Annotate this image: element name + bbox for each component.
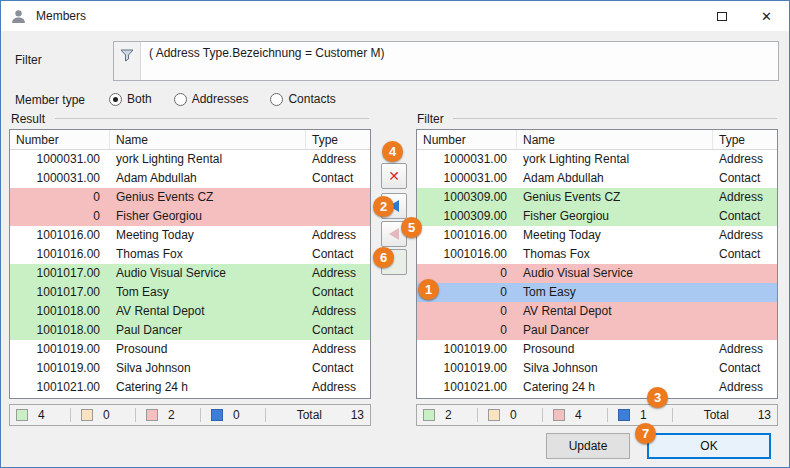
table-row[interactable]: 0Audio Visual Service	[417, 264, 777, 283]
cell-name: Prosound	[110, 340, 306, 359]
result-summary-bar: 4020Total13	[9, 404, 371, 426]
cell-name: Meeting Today	[110, 226, 306, 245]
annotation-circle-6: 6	[373, 247, 394, 268]
cell-name: Genius Events CZ	[517, 188, 713, 207]
cell-type: Contact	[306, 283, 368, 302]
filter-icon-button[interactable]	[114, 42, 141, 80]
cell-type: Address	[306, 302, 368, 321]
update-button[interactable]: Update	[546, 433, 630, 459]
result-group-label: Result	[11, 112, 45, 126]
radio-contacts-label: Contacts	[288, 92, 335, 106]
window-controls: ✕	[699, 1, 789, 31]
ok-button[interactable]: OK	[647, 433, 771, 459]
table-row[interactable]: 0Fisher Georgiou	[10, 207, 370, 226]
annotation-circle-2: 2	[373, 196, 394, 217]
filter-expression-text: ( Address Type.Bezeichnung = Customer M)	[141, 42, 393, 80]
table-row[interactable]: 1000031.00Adam AbdullahContact	[10, 169, 370, 188]
table-row[interactable]: 1001021.00Catering 24 hAddress	[417, 378, 777, 397]
cell-type: Address	[306, 150, 368, 169]
column-header-name[interactable]: Name	[110, 130, 306, 149]
table-row[interactable]: 1000031.00york Lighting RentalAddress	[417, 150, 777, 169]
column-header-type[interactable]: Type	[306, 130, 368, 149]
remove-button[interactable]: ✕	[381, 163, 407, 189]
cell-type	[713, 283, 775, 302]
cell-name: Paul Dancer	[110, 321, 306, 340]
close-icon: ✕	[761, 9, 772, 24]
table-row[interactable]: 1001019.00Silva JohnsonContact	[10, 359, 370, 378]
cell-type: Address	[306, 264, 368, 283]
table-row[interactable]: 0AV Rental Depot	[417, 302, 777, 321]
cell-name: AV Rental Depot	[110, 302, 306, 321]
cell-number: 1001017.00	[10, 264, 110, 283]
cell-type	[306, 188, 368, 207]
titlebar: Members ✕	[1, 1, 789, 31]
table-row[interactable]: 1001017.00Audio Visual ServiceAddress	[10, 264, 370, 283]
table-row[interactable]: 1000031.00york Lighting RentalAddress	[10, 150, 370, 169]
table-row[interactable]: 1001016.00Meeting TodayAddress	[417, 226, 777, 245]
table-row[interactable]: 1000309.00Genius Events CZAddress	[417, 188, 777, 207]
table-row[interactable]: 1001018.00Paul DancerContact	[10, 321, 370, 340]
radio-both[interactable]: Both	[109, 92, 152, 106]
close-button[interactable]: ✕	[744, 1, 789, 31]
red-x-icon: ✕	[388, 169, 400, 183]
cell-name: york Lighting Rental	[517, 150, 713, 169]
funnel-icon	[119, 47, 135, 63]
column-header-number[interactable]: Number	[417, 130, 517, 149]
table-row[interactable]: 1001018.00AV Rental DepotAddress	[10, 302, 370, 321]
blue-count-square	[618, 409, 630, 421]
filter-list[interactable]: NumberNameType 1000031.00york Lighting R…	[416, 129, 778, 399]
cell-type: Contact	[306, 359, 368, 378]
member-type-radio-group: Both Addresses Contacts	[109, 91, 336, 107]
cell-type: Address	[713, 150, 775, 169]
cell-number: 1001016.00	[417, 245, 517, 264]
cell-type: Address	[713, 340, 775, 359]
maximize-icon	[717, 12, 727, 21]
column-header-name[interactable]: Name	[517, 130, 713, 149]
cell-type: Contact	[306, 169, 368, 188]
maximize-button[interactable]	[699, 1, 744, 31]
radio-addresses-circle	[174, 93, 187, 106]
table-row[interactable]: 1001016.00Thomas FoxContact	[417, 245, 777, 264]
cell-name: Silva Johnson	[517, 359, 713, 378]
table-row[interactable]: 1000031.00Adam AbdullahContact	[417, 169, 777, 188]
filter-list-header: NumberNameType	[417, 130, 777, 150]
table-row[interactable]: 1001017.00Tom EasyContact	[10, 283, 370, 302]
cell-type: Address	[713, 226, 775, 245]
pale-left-arrow-icon	[389, 228, 399, 240]
table-row[interactable]: 0Tom Easy	[417, 283, 777, 302]
column-header-number[interactable]: Number	[10, 130, 110, 149]
table-row[interactable]: 1001021.00Catering 24 hAddress	[10, 378, 370, 397]
member-type-label: Member type	[15, 93, 85, 107]
annotation-circle-7: 7	[635, 423, 656, 444]
summary-separator	[135, 408, 136, 422]
cell-number: 1001016.00	[417, 226, 517, 245]
cell-type: Contact	[713, 207, 775, 226]
cell-type	[306, 207, 368, 226]
blue-count-value: 0	[223, 408, 265, 422]
green-count-value: 2	[435, 408, 477, 422]
column-header-type[interactable]: Type	[713, 130, 775, 149]
table-row[interactable]: 1001016.00Meeting TodayAddress	[10, 226, 370, 245]
cell-name: york Lighting Rental	[110, 150, 306, 169]
radio-contacts[interactable]: Contacts	[270, 92, 335, 106]
cell-number: 1001021.00	[10, 378, 110, 397]
table-row[interactable]: 1001016.00Thomas FoxContact	[10, 245, 370, 264]
cell-type: Contact	[713, 359, 775, 378]
green-count-value: 4	[28, 408, 70, 422]
tan-count-value: 0	[93, 408, 135, 422]
table-row[interactable]: 1001019.00ProsoundAddress	[10, 340, 370, 359]
radio-addresses[interactable]: Addresses	[174, 92, 249, 106]
pink-count-square	[146, 409, 158, 421]
table-row[interactable]: 1000309.00Fisher GeorgiouContact	[417, 207, 777, 226]
table-row[interactable]: 1001019.00Silva JohnsonContact	[417, 359, 777, 378]
cell-name: Paul Dancer	[517, 321, 713, 340]
table-row[interactable]: 0Genius Events CZ	[10, 188, 370, 207]
filter-expression-box[interactable]: ( Address Type.Bezeichnung = Customer M)	[113, 41, 779, 81]
result-list[interactable]: NumberNameType 1000031.00york Lighting R…	[9, 129, 371, 399]
cell-number: 1000031.00	[417, 150, 517, 169]
table-row[interactable]: 1001019.00ProsoundAddress	[417, 340, 777, 359]
cell-number: 0	[417, 302, 517, 321]
result-list-body: 1000031.00york Lighting RentalAddress100…	[10, 150, 370, 397]
table-row[interactable]: 0Paul Dancer	[417, 321, 777, 340]
cell-number: 0	[10, 207, 110, 226]
